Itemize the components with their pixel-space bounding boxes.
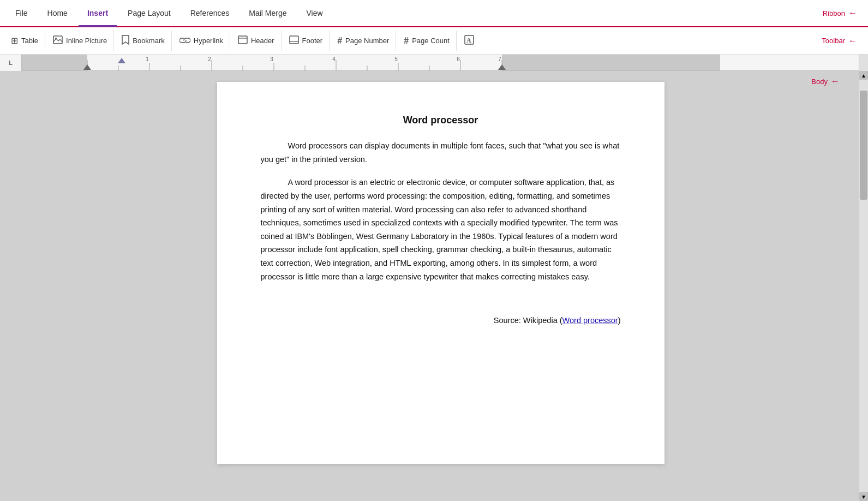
page-number-icon: # (337, 36, 342, 46)
svg-text:1: 1 (146, 56, 149, 62)
source-text: Source: Wikipedia ( (494, 316, 562, 325)
bookmark-button[interactable]: Bookmark (115, 31, 172, 51)
svg-rect-8 (22, 55, 87, 70)
document-title: Word processor (261, 115, 621, 126)
hyperlink-button[interactable]: Hyperlink (173, 31, 230, 51)
scrollbar-track[interactable]: ▲ ▼ (859, 71, 868, 501)
scrollbar-down-button[interactable]: ▼ (859, 492, 868, 501)
header-icon (238, 35, 248, 46)
ribbon-tab-view[interactable]: View (298, 1, 332, 27)
paragraph-1: Word processors can display documents in… (261, 139, 621, 166)
svg-text:A: A (466, 37, 471, 44)
header-button[interactable]: Header (231, 31, 282, 51)
document-page: Word processor Word processors can displ… (217, 82, 665, 464)
ribbon-tab-file[interactable]: File (7, 1, 37, 27)
toolbar: ⊞ Table Inline Picture Bookmark (0, 27, 868, 55)
page-count-icon: # (404, 36, 409, 46)
svg-text:4: 4 (332, 56, 336, 62)
ribbon-tab-mail-merge[interactable]: Mail Merge (240, 1, 295, 27)
font-icon: A (464, 35, 474, 47)
svg-text:3: 3 (270, 56, 273, 62)
footer-button[interactable]: Footer (283, 31, 330, 51)
svg-rect-4 (290, 36, 298, 44)
svg-text:6: 6 (457, 56, 460, 62)
page-count-label: Page Count (412, 37, 450, 45)
source-close: ) (618, 316, 621, 325)
toolbar-label-text: Toolbar (822, 37, 845, 45)
hyperlink-icon (179, 36, 190, 46)
ruler-corner[interactable]: L (0, 55, 22, 71)
bookmark-icon (122, 35, 129, 47)
hyperlink-label: Hyperlink (194, 37, 223, 45)
body-label-text: Body (811, 77, 828, 86)
inline-picture-label: Inline Picture (66, 37, 107, 45)
ribbon-tab-references[interactable]: References (182, 1, 238, 27)
ribbon-tab-home[interactable]: Home (39, 1, 76, 27)
toolbar-arrow-icon: ← (848, 36, 857, 46)
header-label: Header (251, 37, 274, 45)
table-icon: ⊞ (11, 35, 18, 46)
main-area: Body ← Word processor Word processors ca… (0, 71, 868, 501)
ribbon-label: Ribbon ← (823, 8, 857, 18)
toolbar-label: Toolbar ← (822, 36, 857, 46)
table-button[interactable]: ⊞ Table (4, 31, 45, 51)
body-arrow-icon: ← (831, 76, 840, 86)
left-margin (0, 71, 22, 501)
source-link[interactable]: Word processor (562, 316, 618, 325)
svg-text:7: 7 (498, 56, 501, 62)
footer-label: Footer (302, 37, 323, 45)
page-number-button[interactable]: # Page Number (331, 31, 396, 51)
page-count-button[interactable]: # Page Count (397, 31, 457, 51)
svg-text:5: 5 (394, 56, 398, 62)
bookmark-label: Bookmark (133, 37, 165, 45)
inline-picture-icon (53, 35, 63, 46)
font-button[interactable]: A (458, 31, 481, 51)
ribbon-tabs: File Home Insert Page Layout References … (7, 0, 332, 26)
ribbon-label-text: Ribbon (823, 9, 845, 17)
horizontal-ruler: 1 2 3 4 5 6 7 (22, 55, 859, 70)
svg-rect-2 (238, 36, 247, 44)
ribbon-tab-page-layout[interactable]: Page Layout (119, 1, 179, 27)
ribbon-arrow-icon: ← (848, 8, 857, 18)
inline-picture-button[interactable]: Inline Picture (46, 31, 114, 51)
document-area[interactable]: Body ← Word processor Word processors ca… (22, 71, 859, 501)
table-label: Table (21, 37, 38, 45)
ruler-container: L (0, 55, 868, 71)
ribbon: File Home Insert Page Layout References … (0, 0, 868, 27)
svg-rect-9 (502, 55, 720, 70)
svg-text:2: 2 (208, 56, 211, 62)
paragraph-2: A word processor is an electric or elect… (261, 176, 621, 283)
ribbon-tab-insert[interactable]: Insert (79, 1, 117, 27)
body-label-container: Body ← (811, 76, 840, 86)
scrollbar-thumb[interactable] (860, 91, 867, 200)
source-line: Source: Wikipedia (Word processor) (261, 316, 621, 325)
scrollbar-up-button[interactable]: ▲ (859, 71, 868, 80)
page-number-label: Page Number (345, 37, 389, 45)
footer-icon (289, 35, 299, 46)
